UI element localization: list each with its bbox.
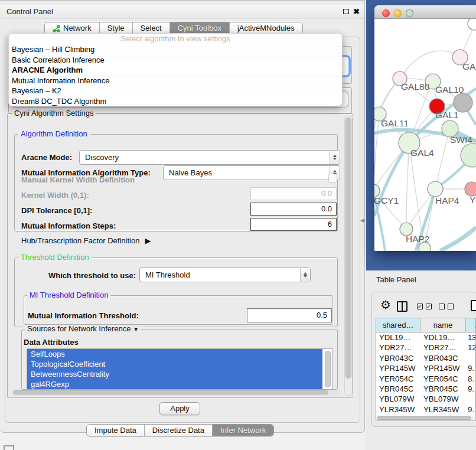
dpi-tolerance-field[interactable]: 0.0: [250, 203, 337, 216]
minimized-panel-icon[interactable]: [4, 445, 14, 450]
deselect-checks-icon[interactable]: [439, 304, 454, 309]
node-label: SWI4: [450, 135, 472, 145]
column-header[interactable]: shared…: [376, 318, 420, 332]
tab-label: Cyni Toolbox: [178, 22, 221, 34]
table-hscrollbar-thumb[interactable]: [377, 416, 471, 420]
table-cell: YPR145W: [376, 363, 420, 373]
settings-scrollbar-thumb[interactable]: [345, 118, 351, 379]
which-threshold-combo[interactable]: MI Threshold: [139, 268, 311, 282]
minimize-traffic-light-icon[interactable]: [394, 9, 402, 17]
network-view-window: GAL7GAL80GAL10GAL1GAL11SWI4GAL4GCY1HAP4Y…: [374, 5, 476, 251]
table-row[interactable]: YPR145WYPR145W9.: [376, 363, 475, 373]
aracne-mode-label: Aracne Mode:: [21, 153, 72, 162]
table-cell: YBL079W: [420, 394, 466, 404]
mi-threshold-group-title: MI Threshold Definition: [27, 291, 110, 299]
dropdown-item[interactable]: Bayesian – K2: [9, 86, 342, 96]
sources-group-title[interactable]: Sources for Network Inference ▼: [25, 325, 141, 334]
partial-icon[interactable]: [471, 300, 476, 311]
table-cell: YER054C: [376, 374, 420, 384]
network-node[interactable]: [465, 182, 476, 196]
list-scrollbar-thumb[interactable]: [325, 351, 331, 387]
network-canvas[interactable]: GAL7GAL80GAL10GAL1GAL11SWI4GAL4GCY1HAP4Y…: [374, 19, 476, 251]
tab-jactivemnodules[interactable]: jActiveMNodules: [229, 22, 302, 34]
stepper-icon[interactable]: [330, 151, 340, 164]
data-attributes-list[interactable]: SelfLoopsTopologicalCoefficientBetweenne…: [27, 348, 332, 390]
settings-scrollbar[interactable]: [344, 116, 353, 396]
float-window-icon[interactable]: [343, 9, 349, 14]
table-hscrollbar[interactable]: [376, 416, 474, 420]
tab-impute-data[interactable]: Impute Data: [87, 425, 144, 436]
splitter-collapse-icon[interactable]: ◀: [360, 217, 364, 223]
table-row[interactable]: YBR043CYBR043C: [376, 353, 475, 363]
tab-style[interactable]: Style: [99, 22, 132, 34]
expander-arrow-icon[interactable]: ▶: [145, 236, 151, 245]
table-cell: YBL079W: [376, 394, 420, 404]
dropdown-item[interactable]: ARACNE Algorithm: [9, 65, 342, 76]
aracne-mode-combo[interactable]: Discovery: [79, 150, 340, 165]
settings-group-title: Cyni Algorithm Settings: [12, 109, 96, 118]
settings-hscrollbar-thumb[interactable]: [13, 390, 328, 394]
attribute-list-item[interactable]: SelfLoops: [27, 349, 322, 359]
network-node[interactable]: [468, 19, 476, 30]
column-header[interactable]: name: [420, 318, 466, 332]
control-panel-title: Control Panel: [6, 5, 53, 19]
node-label: GAL1: [435, 110, 459, 120]
gear-icon[interactable]: ⚙: [380, 298, 391, 312]
network-node[interactable]: [461, 144, 476, 167]
tab-network[interactable]: Network: [45, 22, 99, 34]
table-row[interactable]: YER054CYER054C8.: [376, 374, 475, 384]
table-cell: YER054C: [420, 374, 466, 384]
network-window-titlebar[interactable]: [374, 5, 476, 19]
table-cell: YLR345W: [420, 405, 466, 415]
settings-hscrollbar[interactable]: [12, 390, 341, 396]
dropdown-item[interactable]: Mutual Information Inference: [9, 76, 342, 86]
hub-definition-expander[interactable]: Hub/Transcription Factor Definition ▶: [21, 236, 151, 245]
mi-steps-field[interactable]: 6: [250, 218, 337, 231]
network-edge[interactable]: [440, 227, 476, 251]
select-all-checks-icon[interactable]: ✓✓: [417, 304, 432, 309]
node-table[interactable]: shared…nameA YDL19…YDL19…13YDR27…YDR27…1…: [376, 318, 476, 421]
attribute-list-item[interactable]: gal4RGexp: [27, 379, 322, 389]
column-header[interactable]: A: [466, 318, 476, 332]
close-icon[interactable]: ✖: [353, 7, 360, 16]
stepper-icon[interactable]: [300, 268, 310, 282]
dpi-tolerance-label: DPI Tolerance [0,1]:: [21, 206, 92, 215]
node-label: GAL4: [410, 148, 434, 158]
close-traffic-light-icon[interactable]: [382, 9, 390, 17]
dropdown-item[interactable]: Bayesian – Hill Climbing: [9, 44, 342, 55]
table-cell: YBR043C: [420, 353, 466, 363]
tab-select[interactable]: Select: [132, 22, 169, 34]
data-attributes-label: Data Attributes: [24, 338, 79, 347]
manual-kernel-checkbox[interactable]: [328, 174, 337, 182]
apply-button[interactable]: Apply: [159, 402, 200, 415]
kernel-width-field[interactable]: 0.0: [250, 187, 337, 200]
mi-threshold-field[interactable]: 0.5: [247, 308, 332, 322]
which-threshold-value: MI Threshold: [140, 270, 300, 279]
attribute-list-item[interactable]: TopologicalCoefficient: [27, 359, 322, 369]
collapse-arrow-icon[interactable]: ▼: [133, 326, 139, 332]
table-cell: 9.: [466, 384, 476, 394]
table-cell: 8.: [466, 374, 476, 384]
tab-discretize-data[interactable]: Discretize Data: [144, 425, 212, 436]
table-cell: YPR145W: [420, 363, 466, 373]
attribute-list-item[interactable]: BetweennessCentrality: [27, 369, 322, 379]
dropdown-item[interactable]: Basic Correlation Inference: [9, 55, 342, 66]
dropdown-item[interactable]: Dream8 DC_TDC Algorithm: [9, 96, 342, 107]
table-cell: YDL19…: [420, 332, 466, 343]
table-row[interactable]: YBR045CYBR045C9.: [376, 384, 475, 394]
table-row[interactable]: YLR345WYLR345W9.: [376, 405, 475, 415]
network-edge[interactable]: [406, 143, 409, 229]
mi-type-combo[interactable]: Naive Bayes: [163, 165, 340, 180]
tab-cyni-toolbox[interactable]: Cyni Toolbox: [169, 22, 229, 34]
network-node[interactable]: [428, 181, 443, 197]
zoom-traffic-light-icon[interactable]: [406, 9, 413, 17]
table-row[interactable]: YDL19…YDL19…13: [376, 332, 475, 343]
table-row[interactable]: YBL079WYBL079W: [376, 394, 475, 404]
split-columns-icon[interactable]: [397, 301, 407, 312]
tab-infer-network[interactable]: Infer Network: [212, 425, 273, 436]
table-cell: 12: [466, 343, 476, 353]
tab-label: Impute Data: [94, 425, 136, 436]
table-cell: YDL19…: [376, 332, 420, 343]
node-label: GAL11: [381, 118, 409, 128]
table-row[interactable]: YDR27…YDR27…12: [376, 343, 475, 353]
